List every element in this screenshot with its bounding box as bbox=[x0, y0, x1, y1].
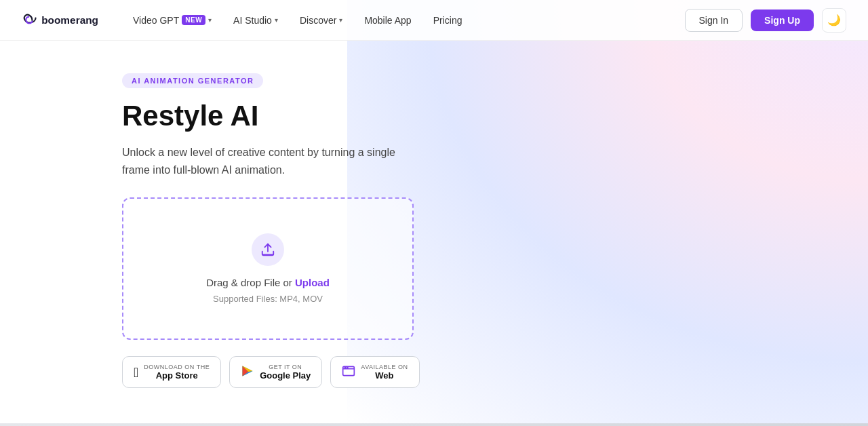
nav-label-aistudio: AI Studio bbox=[233, 15, 272, 26]
svg-point-4 bbox=[345, 368, 346, 368]
appstore-main: App Store bbox=[144, 370, 210, 381]
upload-icon bbox=[260, 242, 275, 257]
googleplay-sub: GET IT ON bbox=[260, 364, 311, 370]
main-content: AI ANIMATION GENERATOR Restyle AI Unlock… bbox=[0, 41, 868, 388]
dark-mode-button[interactable]: 🌙 bbox=[822, 8, 846, 33]
nav-label-mobileapp: Mobile App bbox=[364, 15, 411, 26]
signup-button[interactable]: Sign Up bbox=[751, 9, 814, 31]
store-buttons:  Download on the App Store GET IT ON Go… bbox=[122, 356, 868, 388]
nav-item-mobileapp[interactable]: Mobile App bbox=[356, 11, 419, 30]
appstore-sub: Download on the bbox=[144, 364, 210, 370]
upload-icon-circle bbox=[252, 233, 284, 266]
upload-supported-text: Supported Files: MP4, MOV bbox=[213, 294, 323, 304]
upload-dropzone[interactable]: Drag & drop File or Upload Supported Fil… bbox=[122, 197, 414, 340]
svg-point-5 bbox=[347, 368, 348, 368]
signin-button[interactable]: Sign In bbox=[685, 9, 743, 32]
hero-title: Restyle AI bbox=[122, 100, 868, 132]
web-sub: Available on bbox=[361, 364, 408, 370]
upload-link[interactable]: Upload bbox=[295, 277, 330, 288]
chevron-down-icon: ▾ bbox=[339, 16, 342, 24]
bottom-border bbox=[0, 423, 868, 426]
nav-item-pricing[interactable]: Pricing bbox=[425, 11, 471, 30]
svg-text:boomerang: boomerang bbox=[41, 14, 98, 26]
nav-item-videogpt[interactable]: Video GPT NEW ▾ bbox=[125, 11, 220, 30]
chevron-down-icon: ▾ bbox=[208, 16, 212, 24]
apple-icon:  bbox=[134, 366, 138, 379]
chevron-down-icon: ▾ bbox=[275, 16, 278, 24]
web-main: Web bbox=[361, 370, 408, 381]
nav-actions: Sign In Sign Up 🌙 bbox=[685, 8, 846, 33]
nav-links: Video GPT NEW ▾ AI Studio ▾ Discover ▾ M… bbox=[125, 11, 685, 30]
web-icon bbox=[342, 364, 355, 380]
nav-label-videogpt: Video GPT bbox=[133, 15, 179, 26]
nav-label-pricing: Pricing bbox=[433, 15, 462, 26]
googleplay-text: GET IT ON Google Play bbox=[260, 364, 311, 381]
appstore-button[interactable]:  Download on the App Store bbox=[122, 356, 221, 388]
googleplay-main: Google Play bbox=[260, 370, 311, 381]
tag-badge: AI ANIMATION GENERATOR bbox=[122, 73, 263, 88]
nav-item-discover[interactable]: Discover ▾ bbox=[292, 11, 351, 30]
upload-drag-text: Drag & drop File or Upload bbox=[206, 277, 330, 288]
hero-description: Unlock a new level of creative content b… bbox=[122, 144, 420, 178]
web-text: Available on Web bbox=[361, 364, 408, 381]
logo[interactable]: boomerang bbox=[22, 9, 103, 31]
navbar: boomerang Video GPT NEW ▾ AI Studio ▾ Di… bbox=[0, 0, 868, 41]
nav-label-discover: Discover bbox=[300, 15, 336, 26]
moon-icon: 🌙 bbox=[827, 14, 841, 26]
googleplay-button[interactable]: GET IT ON Google Play bbox=[229, 356, 322, 388]
nav-item-aistudio[interactable]: AI Studio ▾ bbox=[225, 11, 286, 30]
appstore-text: Download on the App Store bbox=[144, 364, 210, 381]
nav-badge-new: NEW bbox=[182, 15, 205, 25]
web-button[interactable]: Available on Web bbox=[330, 356, 419, 388]
googleplay-icon bbox=[241, 364, 254, 380]
